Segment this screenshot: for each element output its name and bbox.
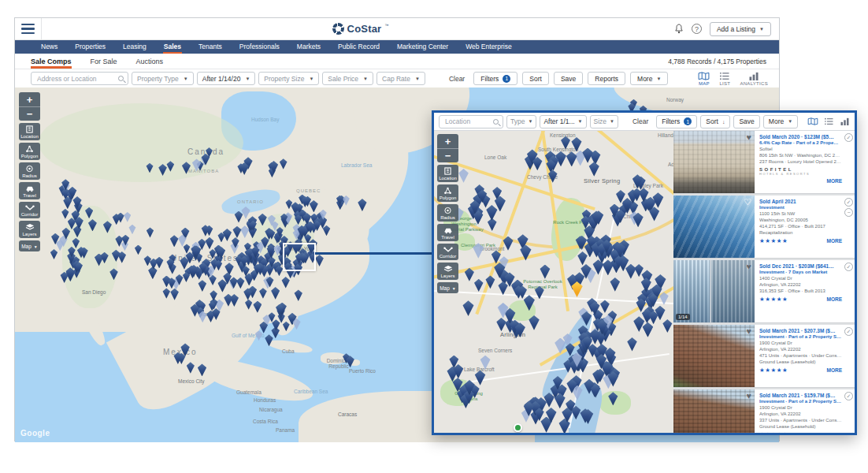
polygon-tool-button[interactable]: Polygon [19, 143, 40, 160]
property-marker[interactable] [310, 200, 318, 212]
radius-tool-button[interactable]: Radius [19, 162, 40, 180]
exclude-minus-icon[interactable]: − [844, 208, 853, 217]
nav-item[interactable]: Sales [155, 40, 190, 54]
property-marker[interactable] [158, 164, 167, 176]
property-marker[interactable] [280, 158, 287, 169]
overlay-map[interactable]: KensingtonLone OakSouth KensingtonHillan… [434, 131, 673, 433]
subtab[interactable]: For Sale [91, 55, 117, 68]
nav-item[interactable]: News [32, 40, 66, 54]
layers-tool-button[interactable]: Layers [437, 263, 458, 280]
property-marker[interactable] [625, 264, 636, 279]
filter-dropdown[interactable]: Sale Price▼ [322, 72, 373, 85]
subtab[interactable]: Sale Comps [31, 55, 72, 68]
property-marker[interactable] [109, 268, 118, 280]
property-marker[interactable] [523, 295, 535, 311]
property-marker[interactable] [234, 211, 243, 223]
property-marker[interactable] [474, 371, 485, 385]
property-marker[interactable] [283, 322, 290, 331]
property-marker[interactable] [610, 277, 620, 292]
property-marker[interactable] [529, 315, 540, 330]
overlay-map-view-button[interactable] [807, 117, 818, 125]
property-card[interactable]: 1/14 ♥ Sold Dec 2021 · $203M ($641… Inve… [673, 260, 855, 323]
property-marker[interactable] [642, 322, 653, 337]
property-marker[interactable] [258, 214, 267, 226]
property-card[interactable]: ♡ Sold April 2021 Investment 1100 15th S… [673, 196, 855, 259]
property-marker[interactable] [170, 235, 179, 247]
property-marker[interactable] [558, 419, 570, 433]
filter-dropdown[interactable]: Property Size▼ [258, 72, 319, 85]
property-marker[interactable] [245, 300, 253, 310]
property-marker[interactable] [458, 169, 469, 183]
more-link[interactable]: MORE [827, 367, 843, 373]
property-marker[interactable] [503, 236, 513, 251]
zoom-in-button[interactable]: + [437, 134, 458, 148]
overlay-filter-dropdown[interactable]: Size▼ [590, 115, 619, 128]
more-link[interactable]: MORE [827, 178, 843, 184]
corridor-tool-button[interactable]: Corridor [437, 244, 458, 260]
property-card[interactable]: ♥ Sold March 2021 · $207.3M ($… Investme… [673, 325, 855, 388]
property-marker[interactable] [198, 363, 207, 376]
notifications-bell-icon[interactable] [674, 24, 684, 34]
favorite-heart-icon[interactable]: ♥ [746, 132, 751, 142]
property-marker[interactable] [608, 392, 618, 405]
property-marker[interactable] [561, 136, 570, 150]
zoom-in-button[interactable]: + [19, 92, 40, 106]
property-marker[interactable] [143, 255, 151, 266]
overlay-clear-button[interactable]: Clear [628, 115, 653, 128]
more-link[interactable]: MORE [827, 296, 843, 302]
property-marker[interactable] [198, 280, 206, 292]
property-marker[interactable] [50, 249, 58, 259]
layers-tool-button[interactable]: Layers [19, 221, 40, 238]
property-marker[interactable] [358, 199, 367, 211]
property-marker[interactable] [473, 243, 484, 258]
subtab[interactable]: Auctions [136, 55, 164, 68]
select-check-icon[interactable]: ✓ [844, 198, 853, 207]
location-search-input[interactable] [443, 117, 491, 126]
property-marker[interactable] [61, 209, 69, 219]
select-check-icon[interactable]: ✓ [844, 263, 853, 271]
property-marker[interactable] [184, 244, 191, 253]
property-marker[interactable] [315, 255, 324, 266]
nav-item[interactable]: Public Record [329, 40, 388, 54]
more-link[interactable]: MORE [827, 238, 843, 244]
card-title-link[interactable]: Sold March 2021 · $207.3M ($… [759, 328, 842, 333]
sort-button[interactable]: Sort [522, 72, 549, 85]
property-marker[interactable] [232, 226, 241, 238]
property-marker[interactable] [253, 301, 262, 313]
property-marker[interactable] [124, 212, 131, 222]
property-marker[interactable] [285, 199, 292, 209]
property-marker[interactable] [491, 251, 502, 264]
overlay-sort-button[interactable]: Sort ↓ [700, 115, 730, 128]
property-marker[interactable] [662, 319, 672, 333]
card-subtitle-link[interactable]: Investment · Part of a 2 Property S… [759, 399, 842, 404]
property-marker[interactable] [209, 275, 217, 285]
overlay-filter-dropdown[interactable]: Type▼ [506, 115, 536, 128]
map-type-button[interactable]: Map ▼ [19, 240, 40, 251]
property-marker[interactable] [147, 227, 154, 237]
property-marker[interactable] [240, 225, 250, 238]
hamburger-menu-icon[interactable] [15, 18, 42, 39]
property-marker[interactable] [462, 300, 474, 316]
property-marker[interactable] [205, 237, 213, 249]
overlay-list-view-button[interactable] [824, 117, 834, 125]
property-marker[interactable] [496, 318, 506, 331]
nav-item[interactable]: Markets [288, 40, 329, 54]
nav-item[interactable]: Leasing [114, 40, 155, 54]
analytics-view-button[interactable]: ANALYTICS [740, 72, 768, 86]
property-marker[interactable] [72, 238, 80, 248]
property-marker[interactable] [540, 265, 550, 279]
property-card[interactable]: ♥ Sold March 2020 · $123M ($5… 6.4% Cap … [673, 131, 855, 194]
favorite-heart-icon[interactable]: ♡ [744, 197, 751, 207]
property-marker[interactable] [465, 268, 475, 281]
address-search-input[interactable] [35, 74, 116, 84]
overlay-filter-dropdown[interactable]: After 1/1...▼ [540, 115, 586, 128]
property-marker[interactable] [85, 207, 94, 218]
property-marker[interactable] [271, 287, 280, 300]
overlay-save-button[interactable]: Save [733, 115, 759, 128]
property-marker[interactable] [566, 343, 575, 356]
filter-dropdown[interactable]: Property Type▼ [132, 72, 194, 85]
property-marker[interactable] [73, 225, 82, 237]
zoom-out-button[interactable]: − [437, 148, 458, 162]
property-marker[interactable] [146, 163, 153, 173]
select-check-icon[interactable]: ✓ [844, 133, 853, 142]
